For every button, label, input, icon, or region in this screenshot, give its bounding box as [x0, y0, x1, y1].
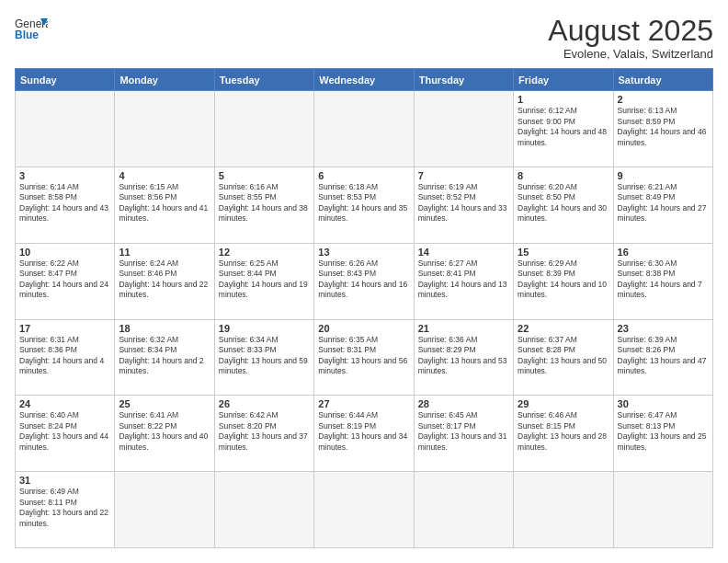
- calendar-cell: 6Sunrise: 6:18 AMSunset: 8:53 PMDaylight…: [314, 167, 414, 243]
- header-row: Sunday Monday Tuesday Wednesday Thursday…: [16, 69, 713, 91]
- calendar-cell: 14Sunrise: 6:27 AMSunset: 8:41 PMDayligh…: [414, 243, 513, 319]
- day-info: Sunrise: 6:34 AMSunset: 8:33 PMDaylight:…: [219, 335, 310, 377]
- day-number: 16: [618, 247, 709, 258]
- calendar-cell: 9Sunrise: 6:21 AMSunset: 8:49 PMDaylight…: [613, 167, 712, 243]
- day-info: Sunrise: 6:18 AMSunset: 8:53 PMDaylight:…: [318, 182, 409, 224]
- title-area: August 2025 Evolene, Valais, Switzerland: [548, 15, 713, 61]
- calendar-cell: 21Sunrise: 6:36 AMSunset: 8:29 PMDayligh…: [414, 319, 513, 396]
- calendar-cell: [115, 472, 214, 548]
- calendar-cell: 4Sunrise: 6:15 AMSunset: 8:56 PMDaylight…: [115, 167, 214, 243]
- day-number: 4: [119, 170, 210, 181]
- col-tuesday: Tuesday: [214, 69, 313, 91]
- day-info: Sunrise: 6:30 AMSunset: 8:38 PMDaylight:…: [618, 259, 709, 301]
- calendar-cell: [414, 472, 513, 548]
- day-number: 31: [19, 475, 110, 486]
- day-number: 13: [318, 247, 409, 258]
- calendar-cell: 20Sunrise: 6:35 AMSunset: 8:31 PMDayligh…: [314, 319, 414, 396]
- calendar-cell: 7Sunrise: 6:19 AMSunset: 8:52 PMDaylight…: [414, 167, 513, 243]
- day-info: Sunrise: 6:21 AMSunset: 8:49 PMDaylight:…: [618, 182, 709, 224]
- day-info: Sunrise: 6:49 AMSunset: 8:11 PMDaylight:…: [19, 487, 110, 529]
- calendar-cell: 18Sunrise: 6:32 AMSunset: 8:34 PMDayligh…: [115, 319, 214, 396]
- calendar-cell: 19Sunrise: 6:34 AMSunset: 8:33 PMDayligh…: [214, 319, 313, 396]
- logo: General Blue: [15, 15, 48, 40]
- calendar-week-5: 31Sunrise: 6:49 AMSunset: 8:11 PMDayligh…: [16, 472, 713, 548]
- calendar-cell: 10Sunrise: 6:22 AMSunset: 8:47 PMDayligh…: [16, 243, 115, 319]
- calendar-cell: 22Sunrise: 6:37 AMSunset: 8:28 PMDayligh…: [514, 319, 613, 396]
- day-info: Sunrise: 6:26 AMSunset: 8:43 PMDaylight:…: [318, 259, 409, 301]
- col-wednesday: Wednesday: [314, 69, 414, 91]
- day-number: 30: [618, 398, 709, 409]
- calendar-cell: 16Sunrise: 6:30 AMSunset: 8:38 PMDayligh…: [613, 243, 712, 319]
- day-number: 25: [119, 398, 210, 409]
- day-number: 6: [318, 170, 409, 181]
- day-number: 15: [518, 247, 609, 258]
- day-number: 18: [119, 323, 210, 334]
- calendar-cell: [115, 91, 214, 167]
- calendar-cell: 8Sunrise: 6:20 AMSunset: 8:50 PMDaylight…: [514, 167, 613, 243]
- day-info: Sunrise: 6:46 AMSunset: 8:15 PMDaylight:…: [518, 410, 609, 453]
- day-number: 21: [418, 323, 509, 334]
- day-number: 12: [219, 247, 310, 258]
- calendar-cell: [414, 91, 513, 167]
- day-number: 22: [518, 323, 609, 334]
- day-info: Sunrise: 6:19 AMSunset: 8:52 PMDaylight:…: [418, 182, 509, 224]
- day-info: Sunrise: 6:14 AMSunset: 8:58 PMDaylight:…: [19, 182, 110, 224]
- day-number: 14: [418, 247, 509, 258]
- calendar-cell: 27Sunrise: 6:44 AMSunset: 8:19 PMDayligh…: [314, 396, 414, 472]
- calendar-week-2: 10Sunrise: 6:22 AMSunset: 8:47 PMDayligh…: [16, 243, 713, 319]
- calendar-cell: [314, 91, 414, 167]
- day-number: 7: [418, 170, 509, 181]
- calendar-week-4: 24Sunrise: 6:40 AMSunset: 8:24 PMDayligh…: [16, 396, 713, 472]
- calendar-cell: [613, 472, 712, 548]
- col-monday: Monday: [115, 69, 214, 91]
- day-info: Sunrise: 6:22 AMSunset: 8:47 PMDaylight:…: [19, 259, 110, 301]
- day-info: Sunrise: 6:27 AMSunset: 8:41 PMDaylight:…: [418, 259, 509, 301]
- calendar-cell: 5Sunrise: 6:16 AMSunset: 8:55 PMDaylight…: [214, 167, 313, 243]
- day-info: Sunrise: 6:42 AMSunset: 8:20 PMDaylight:…: [219, 410, 310, 453]
- day-info: Sunrise: 6:45 AMSunset: 8:17 PMDaylight:…: [418, 410, 509, 453]
- day-number: 17: [19, 323, 110, 334]
- day-info: Sunrise: 6:44 AMSunset: 8:19 PMDaylight:…: [318, 410, 409, 453]
- day-number: 20: [318, 323, 409, 334]
- calendar-cell: 23Sunrise: 6:39 AMSunset: 8:26 PMDayligh…: [613, 319, 712, 396]
- calendar-cell: 29Sunrise: 6:46 AMSunset: 8:15 PMDayligh…: [514, 396, 613, 472]
- day-number: 24: [19, 398, 110, 409]
- page: General Blue August 2025 Evolene, Valais…: [0, 0, 728, 563]
- col-sunday: Sunday: [16, 69, 115, 91]
- day-number: 27: [318, 398, 409, 409]
- calendar-cell: 12Sunrise: 6:25 AMSunset: 8:44 PMDayligh…: [214, 243, 313, 319]
- calendar-cell: [314, 472, 414, 548]
- day-info: Sunrise: 6:36 AMSunset: 8:29 PMDaylight:…: [418, 335, 509, 377]
- calendar-cell: 30Sunrise: 6:47 AMSunset: 8:13 PMDayligh…: [613, 396, 712, 472]
- generalblue-logo-icon: General Blue: [15, 15, 48, 40]
- calendar-week-0: 1Sunrise: 6:12 AMSunset: 9:00 PMDaylight…: [16, 91, 713, 167]
- header: General Blue August 2025 Evolene, Valais…: [15, 15, 713, 61]
- day-info: Sunrise: 6:25 AMSunset: 8:44 PMDaylight:…: [219, 259, 310, 301]
- day-info: Sunrise: 6:16 AMSunset: 8:55 PMDaylight:…: [219, 182, 310, 224]
- day-info: Sunrise: 6:13 AMSunset: 8:59 PMDaylight:…: [618, 106, 709, 148]
- col-thursday: Thursday: [414, 69, 513, 91]
- day-info: Sunrise: 6:15 AMSunset: 8:56 PMDaylight:…: [119, 182, 210, 224]
- day-info: Sunrise: 6:41 AMSunset: 8:22 PMDaylight:…: [119, 410, 210, 453]
- calendar-cell: 17Sunrise: 6:31 AMSunset: 8:36 PMDayligh…: [16, 319, 115, 396]
- day-info: Sunrise: 6:12 AMSunset: 9:00 PMDaylight:…: [518, 106, 609, 148]
- day-number: 5: [219, 170, 310, 181]
- day-info: Sunrise: 6:47 AMSunset: 8:13 PMDaylight:…: [618, 410, 709, 453]
- day-info: Sunrise: 6:29 AMSunset: 8:39 PMDaylight:…: [518, 259, 609, 301]
- day-number: 26: [219, 398, 310, 409]
- month-title: August 2025: [548, 15, 713, 47]
- subtitle: Evolene, Valais, Switzerland: [548, 47, 713, 61]
- day-info: Sunrise: 6:35 AMSunset: 8:31 PMDaylight:…: [318, 335, 409, 377]
- calendar-cell: [514, 472, 613, 548]
- day-number: 19: [219, 323, 310, 334]
- day-info: Sunrise: 6:24 AMSunset: 8:46 PMDaylight:…: [119, 259, 210, 301]
- day-number: 29: [518, 398, 609, 409]
- calendar-cell: 2Sunrise: 6:13 AMSunset: 8:59 PMDaylight…: [613, 91, 712, 167]
- svg-text:Blue: Blue: [15, 29, 39, 40]
- calendar-cell: 26Sunrise: 6:42 AMSunset: 8:20 PMDayligh…: [214, 396, 313, 472]
- day-info: Sunrise: 6:20 AMSunset: 8:50 PMDaylight:…: [518, 182, 609, 224]
- calendar-cell: [16, 91, 115, 167]
- day-number: 10: [19, 247, 110, 258]
- day-number: 1: [518, 94, 609, 105]
- calendar-cell: 25Sunrise: 6:41 AMSunset: 8:22 PMDayligh…: [115, 396, 214, 472]
